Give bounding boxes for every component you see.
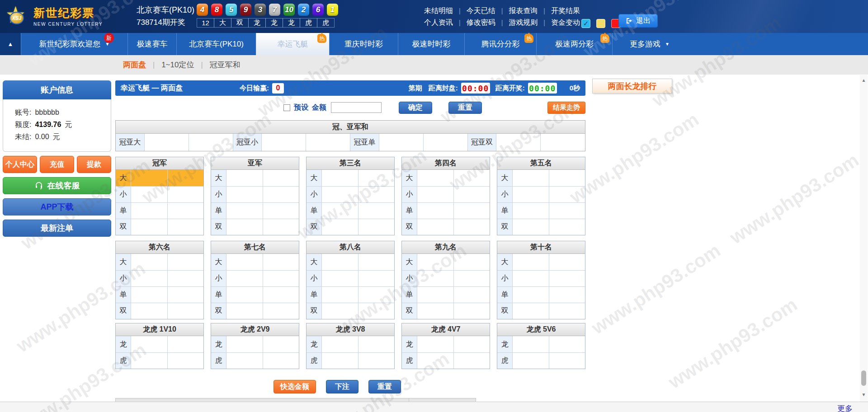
bet-odds-cell[interactable] <box>322 203 359 219</box>
bet-odds-cell[interactable] <box>417 353 454 369</box>
bet-input-cell[interactable] <box>549 187 585 202</box>
bet-odds-cell[interactable] <box>513 170 549 186</box>
bet-odds-cell[interactable] <box>131 271 168 286</box>
bet-input-cell[interactable] <box>263 303 299 319</box>
checkbox-red[interactable] <box>611 19 620 28</box>
bet-input-cell[interactable] <box>454 271 490 286</box>
bet-input-cell[interactable] <box>306 134 350 151</box>
bet-odds-cell[interactable] <box>322 303 359 319</box>
bet-input-cell[interactable] <box>359 287 395 303</box>
top-menu-r1-4[interactable]: 开奖结果 <box>551 6 580 16</box>
bet-input-cell[interactable] <box>549 271 585 286</box>
top-menu-r2-2[interactable]: 修改密码 <box>467 18 495 28</box>
bet-odds-cell[interactable] <box>145 134 189 151</box>
bet-input-cell[interactable] <box>454 254 490 270</box>
bet-input-cell[interactable] <box>359 303 395 319</box>
bet-odds-cell[interactable] <box>131 203 168 219</box>
bet-odds-cell[interactable] <box>322 254 359 270</box>
collapse-arrow-icon[interactable]: ▲ <box>0 33 21 55</box>
nav-tab-7[interactable]: 腾讯分分彩热 <box>464 33 536 55</box>
app-download-button[interactable]: APP下载 <box>3 198 111 215</box>
bet-input-cell[interactable] <box>168 271 204 286</box>
bet-odds-cell[interactable] <box>226 336 263 352</box>
bet-odds-cell[interactable] <box>262 134 306 151</box>
bet-input-cell[interactable] <box>549 170 585 186</box>
scrollbar-up-icon[interactable]: ▲ <box>860 78 868 83</box>
bet-input-cell[interactable] <box>549 219 585 235</box>
top-menu-r2-1[interactable]: 个人资讯 <box>424 18 453 28</box>
bet-odds-cell[interactable] <box>322 287 359 303</box>
bet-input-cell[interactable] <box>168 203 204 219</box>
bet-odds-cell[interactable] <box>226 203 263 219</box>
bet-odds-cell[interactable] <box>417 271 454 286</box>
bet-odds-cell[interactable] <box>513 271 549 286</box>
bet-odds-cell[interactable] <box>513 203 549 219</box>
bet-input-cell[interactable] <box>168 187 204 202</box>
withdraw-button[interactable]: 提款 <box>77 156 111 173</box>
bet-odds-cell[interactable] <box>226 303 263 319</box>
scrollbar-down-icon[interactable]: ▼ <box>860 392 868 397</box>
nav-tab-6[interactable]: 极速时时彩 <box>398 33 464 55</box>
bet-odds-cell[interactable] <box>131 254 168 270</box>
bet-odds-cell[interactable] <box>226 170 263 186</box>
top-menu-r2-3[interactable]: 游戏规则 <box>509 18 538 28</box>
bet-input-cell[interactable] <box>549 303 585 319</box>
bet-input-cell[interactable] <box>359 170 395 186</box>
bet-input-cell[interactable] <box>454 219 490 235</box>
bet-odds-cell[interactable] <box>226 187 263 202</box>
bet-odds-cell[interactable] <box>417 287 454 303</box>
deposit-button[interactable]: 充值 <box>40 156 74 173</box>
bet-odds-cell[interactable] <box>322 271 359 286</box>
bet-input-cell[interactable] <box>549 203 585 219</box>
reset-bet-button[interactable]: 重置 <box>368 380 401 393</box>
bet-odds-cell[interactable] <box>417 254 454 270</box>
bet-input-cell[interactable] <box>263 170 299 186</box>
top-menu-r1-2[interactable]: 今天已结 <box>467 6 495 16</box>
bet-input-cell[interactable] <box>359 336 395 352</box>
bet-input-cell[interactable] <box>549 254 585 270</box>
bet-odds-cell[interactable] <box>417 203 454 219</box>
checkbox-yellow[interactable] <box>596 19 605 28</box>
nav-tab-3[interactable]: 北京赛车(PK10) <box>176 33 256 55</box>
bet-input-cell[interactable] <box>263 187 299 202</box>
bet-input-cell[interactable] <box>454 203 490 219</box>
bet-input-cell[interactable] <box>549 353 585 369</box>
nav-tab-4[interactable]: 幸运飞艇热 <box>256 33 329 55</box>
breadcrumb-item-2[interactable]: 1~10定位 <box>161 60 194 70</box>
page-scrollbar[interactable]: ▲ ▼ <box>860 75 868 402</box>
bet-odds-cell[interactable] <box>513 336 549 352</box>
latest-orders-button[interactable]: 最新注单 <box>3 220 111 237</box>
nav-tab-9[interactable]: 更多游戏▼ <box>612 33 687 55</box>
top-menu-r2-4[interactable]: 资金变动 <box>551 18 580 28</box>
bet-input-cell[interactable] <box>263 203 299 219</box>
bet-odds-cell[interactable] <box>226 271 263 286</box>
bet-input-cell[interactable] <box>359 187 395 202</box>
site-logo[interactable]: ★ XSJ 新世纪彩票 NEW CENTURY LOTTERY <box>5 3 103 29</box>
bet-input-cell[interactable] <box>168 287 204 303</box>
bet-odds-cell[interactable] <box>322 219 359 235</box>
reset-button[interactable]: 重置 <box>448 102 482 114</box>
bet-input-cell[interactable] <box>263 219 299 235</box>
bet-odds-cell[interactable] <box>226 254 263 270</box>
bet-odds-cell[interactable] <box>322 336 359 352</box>
bet-input-cell[interactable] <box>549 336 585 352</box>
checkbox-blue[interactable]: ✓ <box>581 19 590 28</box>
bet-input-cell[interactable] <box>359 353 395 369</box>
bet-input-cell[interactable] <box>424 134 468 151</box>
bet-odds-cell[interactable] <box>513 219 549 235</box>
bet-odds-cell[interactable] <box>226 219 263 235</box>
bet-odds-cell[interactable] <box>322 170 359 186</box>
bet-input-cell[interactable] <box>263 254 299 270</box>
bet-odds-cell[interactable] <box>513 353 549 369</box>
bet-input-cell[interactable] <box>168 336 204 352</box>
bet-odds-cell[interactable] <box>322 353 359 369</box>
bet-odds-cell[interactable] <box>417 303 454 319</box>
bet-input-cell[interactable] <box>168 353 204 369</box>
bet-odds-cell[interactable] <box>131 303 168 319</box>
bet-input-cell[interactable] <box>359 254 395 270</box>
bet-input-cell[interactable] <box>454 287 490 303</box>
bet-input-cell[interactable] <box>359 271 395 286</box>
quick-amount-button[interactable]: 快选金额 <box>274 380 316 393</box>
breadcrumb-item-1[interactable]: 两面盘 <box>123 60 146 70</box>
bet-odds-cell[interactable] <box>513 187 549 202</box>
